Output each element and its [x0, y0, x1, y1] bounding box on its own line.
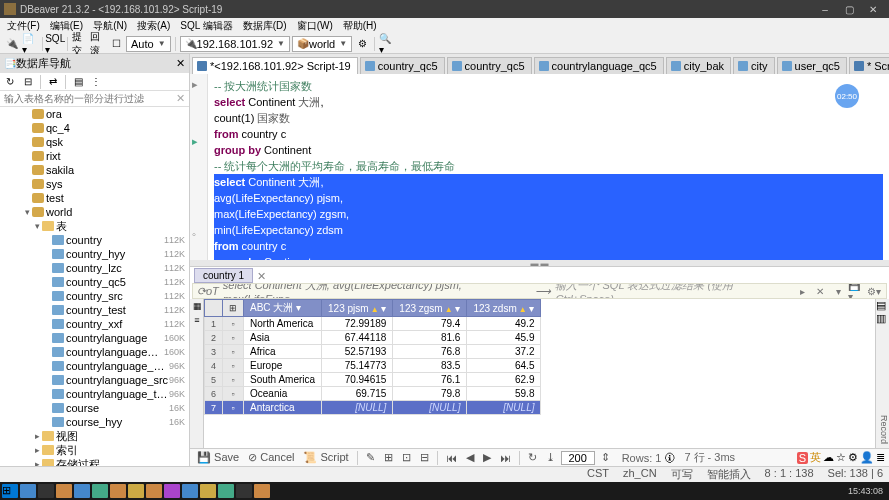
filter-clear-icon[interactable]: ✕ [176, 92, 185, 105]
schema-button[interactable]: ⚙ [354, 36, 370, 52]
editor-tab[interactable]: city_bak [666, 57, 731, 74]
table-row[interactable]: 6▫Oceania69.71579.859.8 [205, 387, 541, 401]
tree-node[interactable]: country112K [0, 233, 189, 247]
sql-editor-button[interactable]: SQL ▾ [47, 36, 63, 52]
menu-icon[interactable]: ≣ [876, 451, 885, 464]
footer-del-icon[interactable]: ⊟ [417, 451, 432, 464]
table-row[interactable]: 3▫Africa52.5719376.837.2 [205, 345, 541, 359]
footer-first-icon[interactable]: ⏮ [443, 452, 460, 464]
rq-save-icon[interactable]: 💾▾ [848, 283, 864, 299]
menu-item[interactable]: 数据库(D) [238, 19, 292, 33]
nav-refresh-icon[interactable]: ↻ [2, 74, 18, 90]
code-line[interactable]: from country c [214, 126, 883, 142]
code-area[interactable]: -- 按大洲统计国家数select Continent 大洲,count(1) … [208, 74, 889, 260]
footer-prev-icon[interactable]: ◀ [463, 451, 477, 464]
code-line[interactable]: select Continent 大洲, [214, 94, 883, 110]
footer-refresh-icon[interactable]: ↻ [525, 451, 540, 464]
table-row[interactable]: 7▫Antarctica[NULL][NULL][NULL] [205, 401, 541, 415]
column-header[interactable]: 123 zgsm▲ ▾ [393, 300, 467, 317]
code-line[interactable]: -- 统计每个大洲的平均寿命，最高寿命，最低寿命 [214, 158, 883, 174]
results-tab-country[interactable]: country 1 [194, 268, 253, 283]
footer-edit-icon[interactable]: ✎ [363, 451, 378, 464]
menu-item[interactable]: 窗口(W) [292, 19, 338, 33]
task-10[interactable] [200, 484, 216, 498]
task-3[interactable] [74, 484, 90, 498]
tree-node[interactable]: ▾表 [0, 219, 189, 233]
tree-node[interactable]: country_hyy112K [0, 247, 189, 261]
editor-tab[interactable]: country_qc5 [447, 57, 532, 74]
tree-node[interactable]: course_hyy16K [0, 415, 189, 429]
tree-node[interactable]: qsk [0, 135, 189, 149]
results-tab-close-icon[interactable]: ✕ [257, 270, 266, 283]
editor-tab[interactable]: * Script-22 [849, 57, 889, 74]
tree-node[interactable]: ▾world [0, 205, 189, 219]
table-row[interactable]: 1▫North America72.9918979.449.2 [205, 317, 541, 331]
editor-tab[interactable]: *<192.168.101.92> Script-19 [192, 57, 358, 74]
column-header[interactable]: 123 pjsm▲ ▾ [322, 300, 393, 317]
task-13[interactable] [254, 484, 270, 498]
footer-script-button[interactable]: 📜 Script [300, 451, 351, 464]
task-6[interactable] [128, 484, 144, 498]
tree-node[interactable]: ▸存储过程 [0, 457, 189, 466]
rq-apply-icon[interactable]: ▸ [794, 283, 810, 299]
results-query-bar[interactable]: ⟳oT select Continent 大洲, avg(LifeExpecta… [192, 283, 887, 299]
navigator-tree[interactable]: oraqc_4qskrixtsakilasystest▾world▾表count… [0, 107, 189, 466]
database-combo[interactable]: 📦 world▼ [292, 36, 352, 52]
task-12[interactable] [236, 484, 252, 498]
menu-item[interactable]: 帮助(H) [338, 19, 382, 33]
filter-input[interactable] [4, 93, 176, 104]
footer-last-icon[interactable]: ⏭ [497, 452, 514, 464]
commit-button[interactable]: 提交 [72, 36, 88, 52]
column-header[interactable]: 123 zdsm▲ ▾ [467, 300, 541, 317]
editor-tab[interactable]: countrylanguage_qc5 [534, 57, 664, 74]
task-5[interactable] [110, 484, 126, 498]
nav-collapse-icon[interactable]: ⊟ [20, 74, 36, 90]
navigator-close-icon[interactable]: ✕ [176, 57, 185, 70]
tree-node[interactable]: country_qc5112K [0, 275, 189, 289]
task-2[interactable] [56, 484, 72, 498]
grid-mode-text-icon[interactable]: ≡ [190, 313, 204, 327]
user-icon[interactable]: 👤 [860, 451, 874, 464]
autocommit-combo[interactable]: Auto▼ [126, 36, 171, 52]
sql-editor[interactable]: ▸ ▸ ◦ -- 按大洲统计国家数select Continent 大洲,cou… [190, 74, 889, 260]
menu-item[interactable]: SQL 编辑器 [175, 19, 237, 33]
task-start[interactable]: ⊞ [2, 484, 18, 498]
code-line[interactable]: max(LifeExpectancy) zgsm, [214, 206, 883, 222]
tree-node[interactable]: course16K [0, 401, 189, 415]
tree-node[interactable]: country_xxf112K [0, 317, 189, 331]
tree-node[interactable]: ▸索引 [0, 443, 189, 457]
new-connection-icon[interactable]: 🔌 [4, 36, 20, 52]
code-line[interactable]: select Continent 大洲, [214, 174, 883, 190]
code-line[interactable]: group by Continent [214, 254, 883, 260]
task-search[interactable] [20, 484, 36, 498]
rq-settings-icon[interactable]: ⚙▾ [866, 283, 882, 299]
task-1[interactable] [38, 484, 54, 498]
tree-node[interactable]: country_test112K [0, 303, 189, 317]
tree-node[interactable]: qc_4 [0, 121, 189, 135]
footer-stepper-icon[interactable]: ⇕ [598, 451, 613, 464]
tree-node[interactable]: countrylanguage_src96K [0, 373, 189, 387]
new-icon[interactable]: 📄▾ [22, 36, 38, 52]
navigator-filter[interactable]: ✕ [0, 91, 189, 107]
tree-node[interactable]: countrylanguage160K [0, 331, 189, 345]
footer-add-icon[interactable]: ⊞ [381, 451, 396, 464]
code-line[interactable]: -- 按大洲统计国家数 [214, 78, 883, 94]
footer-save-button[interactable]: 💾 Save [194, 451, 242, 464]
editor-tab[interactable]: user_qc5 [777, 57, 847, 74]
tree-node[interactable]: sakila [0, 163, 189, 177]
grid-mode-grid-icon[interactable]: ▦ [190, 299, 204, 313]
rollback-button[interactable]: 回滚 [90, 36, 106, 52]
menu-item[interactable]: 搜索(A) [132, 19, 175, 33]
editor-tab[interactable]: city [733, 57, 775, 74]
connection-combo[interactable]: 🔌 192.168.101.92▼ [180, 36, 290, 52]
nav-menu-icon[interactable]: ⋮ [88, 74, 104, 90]
maximize-button[interactable]: ▢ [837, 4, 861, 15]
tree-node[interactable]: countrylanguage_lzc160K [0, 345, 189, 359]
footer-dup-icon[interactable]: ⊡ [399, 451, 414, 464]
table-row[interactable]: 2▫Asia67.4411881.645.9 [205, 331, 541, 345]
query-refresh-icon[interactable]: ⟳oT [197, 285, 219, 298]
footer-cancel-button[interactable]: ⊘ Cancel [245, 451, 297, 464]
tree-node[interactable]: countrylanguage_qc596K [0, 359, 189, 373]
column-header[interactable]: ABC 大洲 ▾ [244, 300, 322, 317]
task-11[interactable] [218, 484, 234, 498]
